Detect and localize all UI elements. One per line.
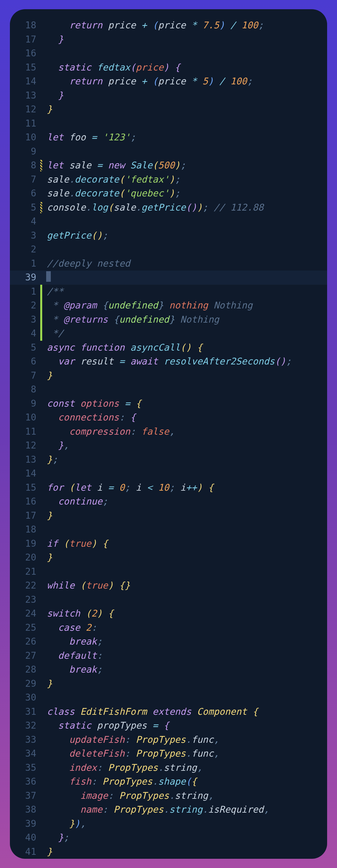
code-line[interactable]: 39	[10, 271, 327, 285]
code-line[interactable]: 17}	[10, 509, 327, 523]
code-content[interactable]: static propTypes = {	[44, 719, 327, 733]
code-line[interactable]: 28 break;	[10, 663, 327, 677]
code-content[interactable]: getPrice();	[44, 229, 327, 243]
code-line[interactable]: 16 continue;	[10, 495, 327, 509]
code-content[interactable]: class EditFishForm extends Component {	[44, 705, 327, 719]
code-content[interactable]: }	[44, 369, 327, 383]
code-line[interactable]: 11	[10, 117, 327, 131]
code-line[interactable]: 22while (true) {}	[10, 579, 327, 593]
code-content[interactable]: };	[44, 453, 327, 467]
code-line[interactable]: 13 }	[10, 89, 327, 103]
code-content[interactable]: console.log(sale.getPrice()); // 112.88	[44, 201, 327, 215]
code-line[interactable]: 13};	[10, 453, 327, 467]
code-line[interactable]: 11 compression: false,	[10, 425, 327, 439]
code-line[interactable]: 4 */	[10, 327, 327, 341]
code-line[interactable]: 3getPrice();	[10, 229, 327, 243]
code-content[interactable]	[44, 271, 327, 285]
code-line[interactable]: 31class EditFishForm extends Component {	[10, 705, 327, 719]
code-line[interactable]: 38 name: PropTypes.string.isRequired,	[10, 803, 327, 817]
code-line[interactable]: 18 return price + (price * 7.5) / 100;	[10, 19, 327, 33]
code-line[interactable]: 33 updateFish: PropTypes.func,	[10, 733, 327, 747]
code-content[interactable]: break;	[44, 635, 327, 649]
code-line[interactable]: 8	[10, 382, 327, 397]
code-line[interactable]: 16	[10, 46, 327, 61]
code-line[interactable]: 6 var result = await resolveAfter2Second…	[10, 354, 327, 369]
code-line[interactable]: 9	[10, 145, 327, 159]
code-line[interactable]: 34 deleteFish: PropTypes.func,	[10, 747, 327, 761]
code-content[interactable]: * @returns {undefined} Nothing	[44, 313, 327, 327]
code-content[interactable]	[44, 243, 327, 257]
code-content[interactable]: }	[44, 102, 327, 117]
code-line[interactable]: 7sale.decorate('fedtax');	[10, 173, 327, 187]
code-content[interactable]: }	[44, 509, 327, 523]
code-content[interactable]: },	[44, 439, 327, 453]
code-content[interactable]: const options = {	[44, 397, 327, 411]
code-line[interactable]: 17 }	[10, 33, 327, 47]
code-line[interactable]: 10let foo = '123';	[10, 130, 327, 145]
code-line[interactable]: 12 },	[10, 439, 327, 453]
code-content[interactable]: }	[44, 677, 327, 691]
code-line[interactable]: 37 image: PropTypes.string,	[10, 789, 327, 803]
code-content[interactable]: image: PropTypes.string,	[44, 789, 327, 803]
code-line[interactable]: 32 static propTypes = {	[10, 719, 327, 733]
code-content[interactable]: default:	[44, 649, 327, 663]
code-content[interactable]	[44, 593, 327, 607]
code-content[interactable]: index: PropTypes.string,	[44, 761, 327, 775]
code-line[interactable]: 4	[10, 215, 327, 229]
code-content[interactable]: }),	[44, 817, 327, 831]
code-content[interactable]: let foo = '123';	[44, 130, 327, 145]
code-content[interactable]: updateFish: PropTypes.func,	[44, 733, 327, 747]
code-content[interactable]: }	[44, 551, 327, 565]
code-line[interactable]: 2 * @param {undefined} nothing Nothing	[10, 299, 327, 313]
code-content[interactable]: var result = await resolveAfter2Seconds(…	[44, 354, 327, 369]
code-line[interactable]: 6sale.decorate('quebec');	[10, 187, 327, 201]
code-line[interactable]: 5async function asyncCall() {	[10, 341, 327, 355]
code-content[interactable]	[44, 467, 327, 481]
code-line[interactable]: 7}	[10, 369, 327, 383]
code-line[interactable]: 8let sale = new Sale(500);	[10, 158, 327, 173]
code-line[interactable]: 14 return price + (price * 5) / 100;	[10, 74, 327, 89]
code-content[interactable]: }	[44, 89, 327, 103]
code-content[interactable]: switch (2) {	[44, 607, 327, 621]
code-line[interactable]: 2	[10, 243, 327, 257]
code-line[interactable]: 30	[10, 691, 327, 705]
code-content[interactable]: let sale = new Sale(500);	[44, 158, 327, 173]
code-content[interactable]: break;	[44, 663, 327, 677]
code-content[interactable]: while (true) {}	[44, 579, 327, 593]
code-line[interactable]: 3 * @returns {undefined} Nothing	[10, 313, 327, 327]
code-line[interactable]: 40 };	[10, 831, 327, 845]
code-content[interactable]	[44, 523, 327, 537]
code-content[interactable]: if (true) {	[44, 537, 327, 551]
code-line[interactable]: 18	[10, 523, 327, 537]
code-content[interactable]: return price + (price * 5) / 100;	[44, 74, 327, 89]
code-content[interactable]: /**	[44, 285, 327, 299]
code-content[interactable]	[44, 117, 327, 131]
code-content[interactable]: sale.decorate('quebec');	[44, 187, 327, 201]
code-content[interactable]: //deeply nested	[44, 257, 327, 271]
code-line[interactable]: 1//deeply nested	[10, 257, 327, 271]
code-line[interactable]: 9const options = {	[10, 397, 327, 411]
code-line[interactable]: 21	[10, 565, 327, 579]
code-line[interactable]: 12}	[10, 102, 327, 117]
code-line[interactable]: 5console.log(sale.getPrice()); // 112.88	[10, 201, 327, 215]
code-content[interactable]: */	[44, 327, 327, 341]
code-line[interactable]: 35 index: PropTypes.string,	[10, 761, 327, 775]
code-content[interactable]	[44, 46, 327, 61]
code-line[interactable]: 15for (let i = 0; i < 10; i++) {	[10, 481, 327, 495]
code-content[interactable]: fish: PropTypes.shape({	[44, 775, 327, 789]
code-line[interactable]: 1/**	[10, 285, 327, 299]
code-content[interactable]: deleteFish: PropTypes.func,	[44, 747, 327, 761]
code-content[interactable]	[44, 382, 327, 397]
code-content[interactable]: continue;	[44, 495, 327, 509]
code-line[interactable]: 25 case 2:	[10, 621, 327, 635]
code-line[interactable]: 15 static fedtax(price) {	[10, 61, 327, 75]
code-content[interactable]: static fedtax(price) {	[44, 61, 327, 75]
code-line[interactable]: 23	[10, 593, 327, 607]
code-content[interactable]: connections: {	[44, 411, 327, 425]
code-content[interactable]: }	[44, 845, 327, 859]
code-line[interactable]: 36 fish: PropTypes.shape({	[10, 775, 327, 789]
code-content[interactable]	[44, 215, 327, 229]
code-line[interactable]: 14	[10, 467, 327, 481]
code-content[interactable]	[44, 145, 327, 159]
code-content[interactable]: name: PropTypes.string.isRequired,	[44, 803, 327, 817]
